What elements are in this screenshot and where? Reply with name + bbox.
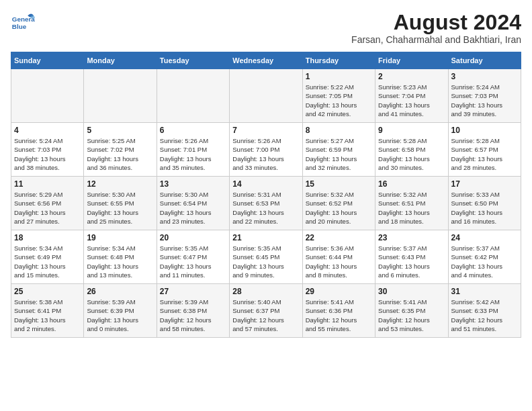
- day-number: 15: [306, 179, 372, 189]
- weekday-header-saturday: Saturday: [448, 52, 521, 69]
- day-info: Sunrise: 5:41 AM Sunset: 6:36 PM Dayligh…: [306, 298, 372, 333]
- day-number: 31: [451, 287, 518, 296]
- day-info: Sunrise: 5:40 AM Sunset: 6:37 PM Dayligh…: [232, 298, 299, 333]
- day-number: 13: [160, 179, 226, 189]
- day-number: 18: [14, 233, 81, 242]
- calendar-week-row: 11Sunrise: 5:29 AM Sunset: 6:56 PM Dayli…: [11, 177, 521, 230]
- weekday-header-thursday: Thursday: [302, 52, 375, 69]
- calendar-cell: 31Sunrise: 5:42 AM Sunset: 6:33 PM Dayli…: [448, 284, 521, 338]
- calendar-cell: 1Sunrise: 5:22 AM Sunset: 7:05 PM Daylig…: [302, 69, 375, 123]
- weekday-header-tuesday: Tuesday: [157, 52, 229, 69]
- calendar-cell: [230, 69, 302, 123]
- day-number: 26: [87, 287, 153, 296]
- calendar-cell: [11, 69, 84, 123]
- day-info: Sunrise: 5:22 AM Sunset: 7:05 PM Dayligh…: [306, 83, 372, 118]
- calendar-week-row: 18Sunrise: 5:34 AM Sunset: 6:49 PM Dayli…: [11, 230, 521, 284]
- day-info: Sunrise: 5:28 AM Sunset: 6:57 PM Dayligh…: [451, 136, 518, 172]
- calendar-week-row: 25Sunrise: 5:38 AM Sunset: 6:41 PM Dayli…: [11, 284, 521, 338]
- day-number: 30: [378, 287, 445, 296]
- calendar-cell: 12Sunrise: 5:30 AM Sunset: 6:55 PM Dayli…: [84, 177, 157, 230]
- day-number: 24: [451, 233, 518, 242]
- calendar-cell: 7Sunrise: 5:26 AM Sunset: 7:00 PM Daylig…: [230, 123, 302, 177]
- day-info: Sunrise: 5:24 AM Sunset: 7:03 PM Dayligh…: [451, 83, 518, 118]
- day-number: 14: [232, 179, 299, 189]
- day-info: Sunrise: 5:27 AM Sunset: 6:59 PM Dayligh…: [306, 136, 372, 172]
- day-info: Sunrise: 5:41 AM Sunset: 6:35 PM Dayligh…: [378, 298, 445, 333]
- day-info: Sunrise: 5:23 AM Sunset: 7:04 PM Dayligh…: [378, 83, 445, 118]
- calendar-cell: 15Sunrise: 5:32 AM Sunset: 6:52 PM Dayli…: [302, 177, 375, 230]
- day-info: Sunrise: 5:32 AM Sunset: 6:51 PM Dayligh…: [378, 190, 445, 226]
- day-number: 27: [160, 287, 226, 296]
- calendar-cell: 5Sunrise: 5:25 AM Sunset: 7:02 PM Daylig…: [84, 123, 157, 177]
- calendar-cell: 18Sunrise: 5:34 AM Sunset: 6:49 PM Dayli…: [11, 230, 84, 284]
- day-info: Sunrise: 5:30 AM Sunset: 6:54 PM Dayligh…: [160, 190, 226, 226]
- day-info: Sunrise: 5:39 AM Sunset: 6:38 PM Dayligh…: [160, 298, 226, 333]
- calendar-week-row: 1Sunrise: 5:22 AM Sunset: 7:05 PM Daylig…: [11, 69, 521, 123]
- day-number: 4: [14, 126, 81, 135]
- calendar-cell: 17Sunrise: 5:33 AM Sunset: 6:50 PM Dayli…: [448, 177, 521, 230]
- calendar-cell: [157, 69, 229, 123]
- calendar-cell: 28Sunrise: 5:40 AM Sunset: 6:37 PM Dayli…: [230, 284, 302, 338]
- svg-text:Blue: Blue: [12, 23, 27, 30]
- day-number: 3: [451, 72, 518, 81]
- day-info: Sunrise: 5:25 AM Sunset: 7:02 PM Dayligh…: [87, 136, 153, 172]
- weekday-header-wednesday: Wednesday: [230, 52, 302, 69]
- day-info: Sunrise: 5:29 AM Sunset: 6:56 PM Dayligh…: [14, 190, 81, 226]
- calendar-cell: 27Sunrise: 5:39 AM Sunset: 6:38 PM Dayli…: [157, 284, 229, 338]
- day-number: 16: [378, 179, 445, 189]
- calendar-cell: 16Sunrise: 5:32 AM Sunset: 6:51 PM Dayli…: [375, 177, 448, 230]
- calendar-cell: 11Sunrise: 5:29 AM Sunset: 6:56 PM Dayli…: [11, 177, 84, 230]
- day-info: Sunrise: 5:42 AM Sunset: 6:33 PM Dayligh…: [451, 298, 518, 333]
- day-number: 12: [87, 179, 153, 189]
- day-info: Sunrise: 5:35 AM Sunset: 6:45 PM Dayligh…: [232, 244, 299, 279]
- day-info: Sunrise: 5:33 AM Sunset: 6:50 PM Dayligh…: [451, 190, 518, 226]
- day-number: 28: [232, 287, 299, 296]
- day-number: 5: [87, 126, 153, 135]
- day-info: Sunrise: 5:36 AM Sunset: 6:44 PM Dayligh…: [306, 244, 372, 279]
- day-number: 11: [14, 179, 81, 189]
- calendar-cell: 21Sunrise: 5:35 AM Sunset: 6:45 PM Dayli…: [230, 230, 302, 284]
- calendar-cell: 26Sunrise: 5:39 AM Sunset: 6:39 PM Dayli…: [84, 284, 157, 338]
- day-number: 8: [306, 126, 372, 135]
- calendar-cell: 13Sunrise: 5:30 AM Sunset: 6:54 PM Dayli…: [157, 177, 229, 230]
- page-header: General Blue August 2024 Farsan, Chaharm…: [11, 11, 521, 45]
- calendar-cell: 24Sunrise: 5:37 AM Sunset: 6:42 PM Dayli…: [448, 230, 521, 284]
- day-number: 17: [451, 179, 518, 189]
- day-number: 22: [306, 233, 372, 242]
- calendar-cell: [84, 69, 157, 123]
- day-number: 23: [378, 233, 445, 242]
- calendar-cell: 6Sunrise: 5:26 AM Sunset: 7:01 PM Daylig…: [157, 123, 229, 177]
- calendar-cell: 3Sunrise: 5:24 AM Sunset: 7:03 PM Daylig…: [448, 69, 521, 123]
- day-number: 21: [232, 233, 299, 242]
- day-number: 25: [14, 287, 81, 296]
- calendar-cell: 2Sunrise: 5:23 AM Sunset: 7:04 PM Daylig…: [375, 69, 448, 123]
- day-number: 9: [378, 126, 445, 135]
- day-info: Sunrise: 5:31 AM Sunset: 6:53 PM Dayligh…: [232, 190, 299, 226]
- calendar-cell: 9Sunrise: 5:28 AM Sunset: 6:58 PM Daylig…: [375, 123, 448, 177]
- calendar-cell: 4Sunrise: 5:24 AM Sunset: 7:03 PM Daylig…: [11, 123, 84, 177]
- calendar-cell: 30Sunrise: 5:41 AM Sunset: 6:35 PM Dayli…: [375, 284, 448, 338]
- day-info: Sunrise: 5:26 AM Sunset: 7:00 PM Dayligh…: [232, 136, 299, 172]
- day-number: 29: [306, 287, 372, 296]
- calendar-table: SundayMondayTuesdayWednesdayThursdayFrid…: [11, 52, 521, 338]
- calendar-cell: 20Sunrise: 5:35 AM Sunset: 6:47 PM Dayli…: [157, 230, 229, 284]
- calendar-cell: 23Sunrise: 5:37 AM Sunset: 6:43 PM Dayli…: [375, 230, 448, 284]
- weekday-header-row: SundayMondayTuesdayWednesdayThursdayFrid…: [11, 52, 521, 69]
- logo: General Blue: [11, 11, 35, 35]
- calendar-week-row: 4Sunrise: 5:24 AM Sunset: 7:03 PM Daylig…: [11, 123, 521, 177]
- day-info: Sunrise: 5:35 AM Sunset: 6:47 PM Dayligh…: [160, 244, 226, 279]
- weekday-header-friday: Friday: [375, 52, 448, 69]
- day-info: Sunrise: 5:34 AM Sunset: 6:49 PM Dayligh…: [14, 244, 81, 279]
- day-info: Sunrise: 5:32 AM Sunset: 6:52 PM Dayligh…: [306, 190, 372, 226]
- day-info: Sunrise: 5:37 AM Sunset: 6:42 PM Dayligh…: [451, 244, 518, 279]
- day-number: 2: [378, 72, 445, 81]
- calendar-cell: 14Sunrise: 5:31 AM Sunset: 6:53 PM Dayli…: [230, 177, 302, 230]
- day-info: Sunrise: 5:30 AM Sunset: 6:55 PM Dayligh…: [87, 190, 153, 226]
- logo-icon: General Blue: [11, 11, 35, 35]
- calendar-cell: 22Sunrise: 5:36 AM Sunset: 6:44 PM Dayli…: [302, 230, 375, 284]
- weekday-header-sunday: Sunday: [11, 52, 84, 69]
- day-info: Sunrise: 5:28 AM Sunset: 6:58 PM Dayligh…: [378, 136, 445, 172]
- weekday-header-monday: Monday: [84, 52, 157, 69]
- day-info: Sunrise: 5:34 AM Sunset: 6:48 PM Dayligh…: [87, 244, 153, 279]
- location-subtitle: Farsan, Chaharmahal and Bakhtiari, Iran: [351, 34, 521, 45]
